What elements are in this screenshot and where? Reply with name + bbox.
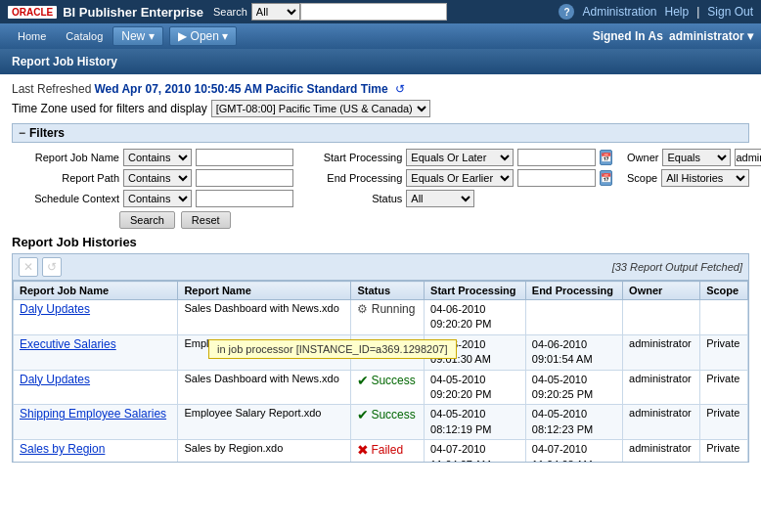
job-name-link[interactable]: Daly Updates <box>20 373 90 386</box>
col-status: Status <box>351 282 425 300</box>
check-icon: ✔ <box>357 407 369 422</box>
filter-buttons: Search Reset <box>119 211 749 229</box>
cell-end-proc: 04-06-201009:01:54 AM <box>525 334 622 370</box>
job-name-link[interactable]: Executive Salaries <box>20 337 116 351</box>
cell-start-proc: 04-07-201011:04:07 AM <box>425 440 526 462</box>
timezone-select[interactable]: [GMT-08:00] Pacific Time (US & Canada) <box>211 100 430 117</box>
col-job-name: Report Job Name <box>14 282 178 300</box>
report-path-filter-label: Report Path <box>12 172 119 184</box>
owner-filter-input[interactable] <box>735 149 761 166</box>
filters-toggle-icon: − <box>19 126 25 140</box>
cell-end-proc: 04-05-201009:20:25 PM <box>525 370 622 405</box>
cell-job-name: Sales by Region <box>14 440 178 462</box>
cell-job-name: Executive Salaries <box>14 334 178 370</box>
refresh-icon[interactable]: ↺ <box>42 257 62 277</box>
top-bar: ORACLE BI Publisher Enterprise Search Al… <box>0 0 761 23</box>
signed-in-label: Signed In As <box>593 29 663 43</box>
sign-out-link[interactable]: Sign Out <box>707 5 753 19</box>
status-success: ✔ Success <box>357 407 418 422</box>
table-row: Daly UpdatesSales Dashboard with News.xd… <box>14 300 748 335</box>
signed-in-user[interactable]: administrator ▾ <box>669 29 753 43</box>
start-proc-filter-label: Start Processing <box>314 152 402 163</box>
job-name-link[interactable]: Daly Updates <box>20 302 90 316</box>
end-proc-filter-input[interactable] <box>517 169 596 187</box>
cell-owner: administrator <box>623 405 700 440</box>
search-button[interactable]: Search <box>119 211 175 229</box>
cell-scope: Private <box>700 334 748 370</box>
top-bar-right: ? Administration Help | Sign Out <box>559 4 753 20</box>
filters-title: Filters <box>29 126 65 140</box>
start-proc-op-select[interactable]: Equals Or Later <box>406 149 514 166</box>
cell-start-proc: 04-05-201009:20:20 PM <box>425 370 526 405</box>
new-btn-label: New ▾ <box>121 29 154 43</box>
delete-icon[interactable]: ✕ <box>19 257 38 277</box>
help-icon: ? <box>559 4 574 20</box>
cell-status: ✔ Success <box>351 405 425 440</box>
last-refreshed-bar: Last Refreshed Wed Apr 07, 2010 10:50:45… <box>12 82 749 96</box>
owner-op-select[interactable]: Equals <box>662 149 731 166</box>
nav-bar: Home Catalog New ▾ ▶ Open ▾ Signed In As… <box>0 23 761 49</box>
job-name-link[interactable]: Shipping Employee Salaries <box>20 407 166 421</box>
end-proc-filter-label: End Processing <box>314 172 402 184</box>
open-button[interactable]: ▶ Open ▾ <box>169 26 237 46</box>
cell-report-name: Sales Dashboard with News.xdo <box>178 370 351 405</box>
new-button[interactable]: New ▾ <box>112 26 162 46</box>
filter-row-3: Schedule Context Contains Status All <box>12 190 749 207</box>
report-path-op-select[interactable]: Contains <box>123 169 192 187</box>
scope-select[interactable]: All Histories <box>661 169 749 187</box>
cell-owner <box>623 300 700 335</box>
refresh-icon[interactable]: ↺ <box>395 82 405 96</box>
job-name-op-select[interactable]: Contains <box>123 149 192 166</box>
refresh-date: Wed Apr 07, 2010 10:50:45 AM Pacific Sta… <box>94 82 387 96</box>
separator: | <box>696 5 699 19</box>
table-row: Daly UpdatesSales Dashboard with News.xd… <box>14 370 748 405</box>
status-select[interactable]: All <box>406 190 474 207</box>
cell-owner: administrator <box>623 334 700 370</box>
toolbar-icons: ✕ ↺ <box>19 257 62 277</box>
end-proc-op-select[interactable]: Equals Or Earlier <box>406 169 514 187</box>
table-row: Shipping Employee SalariesEmployee Salar… <box>14 405 748 440</box>
scope-filter-label: Scope <box>627 172 657 184</box>
col-scope: Scope <box>700 282 748 300</box>
col-owner: Owner <box>623 282 700 300</box>
col-report-name: Report Name <box>178 282 351 300</box>
col-end-proc: End Processing <box>525 282 622 300</box>
start-proc-calendar-icon[interactable]: 📅 <box>600 150 612 165</box>
status-filter-label: Status <box>314 193 402 204</box>
job-name-filter-input[interactable] <box>196 149 293 166</box>
catalog-tab[interactable]: Catalog <box>56 26 112 46</box>
help-link[interactable]: Help <box>664 5 689 19</box>
search-label: Search <box>213 6 247 18</box>
cell-owner: administrator <box>623 370 700 405</box>
cell-end-proc: 04-05-201008:12:23 PM <box>525 405 622 440</box>
gear-icon: ⚙ <box>357 302 368 316</box>
home-tab[interactable]: Home <box>8 26 56 46</box>
cell-job-name: Daly Updates <box>14 370 178 405</box>
cell-end-proc: 04-07-201011:04:08 AM <box>525 440 622 462</box>
col-start-proc: Start Processing <box>425 282 526 300</box>
sched-context-op-select[interactable]: Contains <box>123 190 192 207</box>
signed-in-area: Signed In As administrator ▾ <box>593 29 753 43</box>
sched-context-filter-input[interactable] <box>196 190 293 207</box>
app-title: BI Publisher Enterprise <box>63 5 203 20</box>
search-scope-select[interactable]: All <box>251 3 300 21</box>
global-search-input[interactable] <box>300 3 447 21</box>
status-success: ✔ Success <box>357 373 418 388</box>
cell-start-proc: 04-06-201009:20:20 PM <box>425 300 526 335</box>
cell-start-proc: 04-05-201008:12:19 PM <box>425 405 526 440</box>
filters-header[interactable]: − Filters <box>12 123 749 143</box>
administration-link[interactable]: Administration <box>582 5 656 19</box>
report-jobs-table: Report Job Name Report Name Status Start… <box>13 281 748 462</box>
report-path-filter-input[interactable] <box>196 169 293 187</box>
table-section-title: Report Job Histories <box>12 235 749 249</box>
end-proc-calendar-icon[interactable]: 📅 <box>600 170 612 186</box>
table-scroll-container[interactable]: Report Job Name Report Name Status Start… <box>13 281 748 462</box>
oracle-logo: ORACLE <box>8 6 57 19</box>
open-btn-label: ▶ Open ▾ <box>178 29 228 43</box>
fetched-message: [33 Report Output Fetched] <box>612 261 742 273</box>
page-title: Report Job History <box>12 55 117 68</box>
job-name-link[interactable]: Sales by Region <box>20 442 105 456</box>
start-proc-filter-input[interactable] <box>517 149 596 166</box>
reset-button[interactable]: Reset <box>181 211 231 229</box>
cell-status: ⚙ Running <box>351 300 425 335</box>
